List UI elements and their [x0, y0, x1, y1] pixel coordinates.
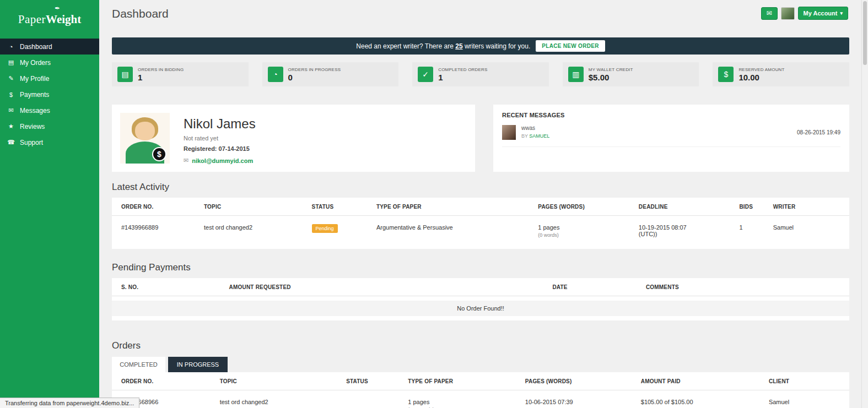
profile-icon: ✎ — [7, 75, 15, 82]
feather-icon: ✒ — [55, 4, 60, 12]
stat-reserved-amount[interactable]: $ RESERVED AMOUNT 10.00 — [713, 62, 849, 86]
banner-text: Need an expert writer? There are 25 writ… — [356, 42, 530, 50]
stat-orders-in-progress[interactable]: ◔ ORDERS IN PROGRESS 0 — [262, 62, 399, 86]
sidebar-item-support[interactable]: ☎ Support — [0, 134, 99, 150]
profile-card: $ Nikol James Not rated yet Registered: … — [112, 105, 475, 172]
column-header: DATE — [552, 284, 646, 290]
payments-icon: $ — [7, 91, 15, 98]
sidebar-item-label: Dashboard — [20, 43, 52, 51]
stat-completed-orders[interactable]: ✓ COMPLETED ORDERS 1 — [412, 62, 549, 86]
chevron-down-icon: ▾ — [840, 10, 843, 16]
email-icon: ✉ — [184, 157, 188, 164]
pending-payments-table: S. NO. AMOUNT REQUESTED DATE COMMENTS No… — [112, 278, 849, 320]
column-header: WRITER — [773, 204, 840, 210]
orders-title: Orders — [112, 340, 849, 351]
column-header: AMOUNT PAID — [641, 378, 769, 384]
check-circle-icon: ✓ — [418, 67, 433, 82]
sidebar-item-label: My Orders — [20, 59, 51, 67]
status-badge: Pending — [312, 224, 338, 233]
column-header: AMOUNT REQUESTED — [229, 284, 553, 290]
money-bag-icon: $ — [718, 67, 734, 82]
writers-count: 25 — [455, 42, 462, 50]
stat-cards: ▤ ORDERS IN BIDDING 1 ◔ ORDERS IN PROGRE… — [112, 62, 849, 86]
topic-cell: test ord changed2 — [220, 399, 347, 408]
column-header: BIDS — [739, 204, 773, 210]
mail-button[interactable]: ✉ — [761, 7, 778, 20]
message-author-link[interactable]: SAMUEL — [529, 133, 549, 139]
writer-banner: Need an expert writer? There are 25 writ… — [112, 37, 849, 55]
banner-text-before: Need an expert writer? There are — [356, 42, 454, 50]
profile-email-link[interactable]: nikol@dummyid.com — [192, 157, 253, 164]
logo[interactable]: ✒ PaperWeight — [0, 0, 99, 39]
orders-table: ORDER NO. TOPIC STATUS TYPE OF PAPER PAG… — [112, 372, 849, 408]
table-header: S. NO. AMOUNT REQUESTED DATE COMMENTS — [112, 278, 849, 296]
message-byline: BY SAMUEL — [521, 133, 549, 139]
sidebar-item-label: Reviews — [20, 123, 45, 130]
message-body: wwas BY SAMUEL — [521, 125, 549, 139]
dollar-glyph: $ — [157, 150, 161, 159]
my-account-button[interactable]: My Account ▾ — [798, 7, 848, 20]
speedometer-icon: ◔ — [268, 67, 283, 82]
tab-in-progress[interactable]: IN PROGRESS — [168, 357, 228, 372]
status-cell: Pending — [312, 224, 376, 238]
column-header: STATUS — [346, 378, 408, 384]
pages-value: 1 pages — [538, 224, 634, 231]
sidebar-item-my-profile[interactable]: ✎ My Profile — [0, 70, 99, 86]
column-header: TYPE OF PAPER — [376, 204, 538, 210]
my-account-label: My Account — [804, 10, 838, 17]
scrollbar-thumb[interactable] — [863, 1, 867, 65]
orders-tabs: COMPLETED IN PROGRESS — [112, 357, 849, 372]
date-cell: 10-06-2015 07:39 — [525, 399, 641, 408]
table-row[interactable]: #1050668966 test ord changed2 1 pages (9… — [112, 390, 849, 408]
stat-label: COMPLETED ORDERS — [438, 67, 487, 73]
envelope-icon: ✉ — [767, 9, 772, 17]
deadline-tz: (UTC)) — [639, 231, 735, 237]
sidebar-item-messages[interactable]: ✉ Messages — [0, 102, 99, 118]
type-of-paper-cell: Argumentative & Persuasive — [376, 224, 538, 238]
table-header: ORDER NO. TOPIC STATUS TYPE OF PAPER PAG… — [112, 198, 849, 216]
avatar-face — [135, 122, 155, 140]
user-avatar[interactable] — [781, 7, 795, 20]
recent-messages-card: RECENT MESSAGES wwas BY SAMUEL 08-26-201… — [493, 105, 849, 172]
table-header: ORDER NO. TOPIC STATUS TYPE OF PAPER PAG… — [112, 372, 849, 390]
sidebar-item-dashboard[interactable]: ◔ Dashboard — [0, 39, 99, 55]
sidebar-item-payments[interactable]: $ Payments — [0, 86, 99, 102]
column-header: CLIENT — [769, 378, 840, 384]
empty-state-row: No Order Found!! — [112, 301, 849, 316]
stat-value: 1 — [138, 73, 184, 82]
profile-email-row: ✉ nikol@dummyid.com — [184, 157, 256, 164]
app-root: ✒ PaperWeight ◔ Dashboard ▤ My Orders ✎ … — [0, 0, 868, 408]
vertical-scrollbar[interactable] — [861, 0, 868, 408]
place-new-order-button[interactable]: PLACE NEW ORDER — [536, 40, 605, 52]
by-label: BY — [521, 133, 528, 139]
stat-wallet-credit[interactable]: ▥ MY WALLET CREDIT $5.00 — [563, 62, 699, 86]
column-header: TOPIC — [204, 204, 312, 210]
column-header: TYPE OF PAPER — [408, 378, 525, 384]
profile-registered: Registered: 07-14-2015 — [184, 145, 256, 152]
column-header: TOPIC — [220, 378, 347, 384]
page-header: Dashboard — [112, 0, 849, 28]
sidebar-item-reviews[interactable]: ★ Reviews — [0, 118, 99, 134]
stat-orders-in-bidding[interactable]: ▤ ORDERS IN BIDDING 1 — [112, 62, 249, 86]
deadline-cell: 10-19-2015 08:07 (UTC)) — [639, 224, 740, 238]
sidebar: ✒ PaperWeight ◔ Dashboard ▤ My Orders ✎ … — [0, 0, 99, 408]
reviews-icon: ★ — [7, 123, 15, 130]
column-header: ORDER NO. — [121, 378, 220, 384]
stat-value: 1 — [438, 73, 487, 82]
message-item[interactable]: wwas BY SAMUEL 08-26-2015 19:49 — [502, 125, 840, 147]
message-date: 08-26-2015 19:49 — [797, 125, 840, 135]
sidebar-item-label: Support — [20, 139, 43, 146]
message-avatar — [502, 125, 516, 140]
sidebar-nav: ◔ Dashboard ▤ My Orders ✎ My Profile $ P… — [0, 39, 99, 150]
sidebar-item-my-orders[interactable]: ▤ My Orders — [0, 55, 99, 70]
table-row[interactable]: #1439966889 test ord changed2 Pending Ar… — [112, 216, 849, 246]
wallet-icon: ▥ — [568, 67, 584, 82]
logo-text-paper: Paper — [18, 13, 46, 26]
logo-text-weight: Weight — [46, 13, 81, 26]
client-cell: Samuel — [769, 399, 840, 408]
sidebar-item-label: Messages — [20, 107, 50, 115]
pages-value: 1 pages — [408, 399, 521, 405]
tab-completed[interactable]: COMPLETED — [112, 357, 165, 372]
column-header: DEADLINE — [639, 204, 740, 210]
banner-text-after: writers waiting for you. — [465, 42, 530, 50]
